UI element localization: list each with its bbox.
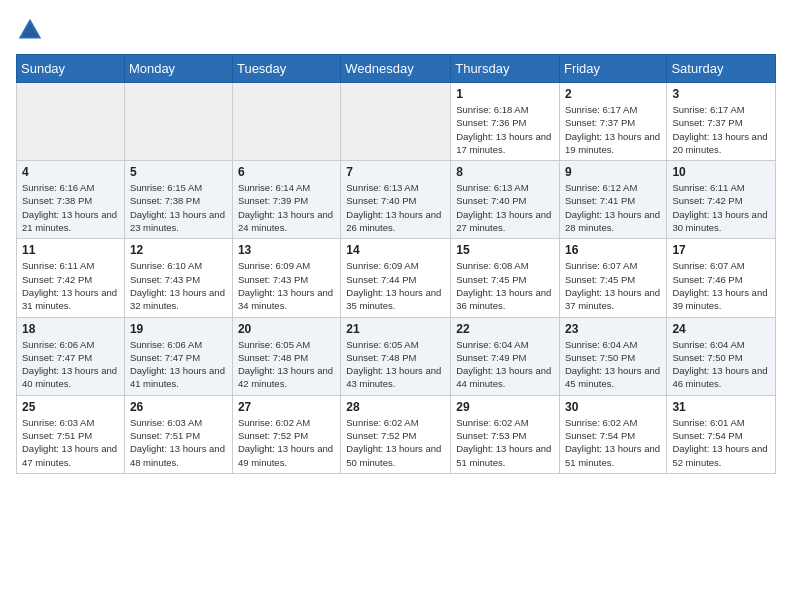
day-number: 13 — [238, 243, 335, 257]
day-number: 27 — [238, 400, 335, 414]
calendar-week-row: 11Sunrise: 6:11 AM Sunset: 7:42 PM Dayli… — [17, 239, 776, 317]
calendar-cell: 6Sunrise: 6:14 AM Sunset: 7:39 PM Daylig… — [232, 161, 340, 239]
day-number: 31 — [672, 400, 770, 414]
day-number: 11 — [22, 243, 119, 257]
calendar-week-row: 18Sunrise: 6:06 AM Sunset: 7:47 PM Dayli… — [17, 317, 776, 395]
day-number: 12 — [130, 243, 227, 257]
calendar-cell: 31Sunrise: 6:01 AM Sunset: 7:54 PM Dayli… — [667, 395, 776, 473]
calendar-cell: 18Sunrise: 6:06 AM Sunset: 7:47 PM Dayli… — [17, 317, 125, 395]
calendar-cell: 30Sunrise: 6:02 AM Sunset: 7:54 PM Dayli… — [559, 395, 666, 473]
calendar-header-row: SundayMondayTuesdayWednesdayThursdayFrid… — [17, 55, 776, 83]
calendar-cell — [124, 83, 232, 161]
day-number: 23 — [565, 322, 661, 336]
calendar-cell: 14Sunrise: 6:09 AM Sunset: 7:44 PM Dayli… — [341, 239, 451, 317]
day-info: Sunrise: 6:06 AM Sunset: 7:47 PM Dayligh… — [130, 338, 227, 391]
day-info: Sunrise: 6:05 AM Sunset: 7:48 PM Dayligh… — [346, 338, 445, 391]
logo-icon — [16, 16, 44, 44]
day-info: Sunrise: 6:09 AM Sunset: 7:43 PM Dayligh… — [238, 259, 335, 312]
day-info: Sunrise: 6:02 AM Sunset: 7:53 PM Dayligh… — [456, 416, 554, 469]
calendar-week-row: 25Sunrise: 6:03 AM Sunset: 7:51 PM Dayli… — [17, 395, 776, 473]
day-number: 14 — [346, 243, 445, 257]
day-info: Sunrise: 6:02 AM Sunset: 7:52 PM Dayligh… — [238, 416, 335, 469]
calendar-cell: 5Sunrise: 6:15 AM Sunset: 7:38 PM Daylig… — [124, 161, 232, 239]
day-info: Sunrise: 6:02 AM Sunset: 7:54 PM Dayligh… — [565, 416, 661, 469]
day-number: 6 — [238, 165, 335, 179]
day-header-monday: Monday — [124, 55, 232, 83]
calendar-cell: 23Sunrise: 6:04 AM Sunset: 7:50 PM Dayli… — [559, 317, 666, 395]
day-info: Sunrise: 6:17 AM Sunset: 7:37 PM Dayligh… — [672, 103, 770, 156]
day-number: 20 — [238, 322, 335, 336]
day-info: Sunrise: 6:07 AM Sunset: 7:46 PM Dayligh… — [672, 259, 770, 312]
calendar-cell: 21Sunrise: 6:05 AM Sunset: 7:48 PM Dayli… — [341, 317, 451, 395]
day-info: Sunrise: 6:06 AM Sunset: 7:47 PM Dayligh… — [22, 338, 119, 391]
day-info: Sunrise: 6:16 AM Sunset: 7:38 PM Dayligh… — [22, 181, 119, 234]
day-number: 7 — [346, 165, 445, 179]
day-number: 17 — [672, 243, 770, 257]
day-header-sunday: Sunday — [17, 55, 125, 83]
calendar-table: SundayMondayTuesdayWednesdayThursdayFrid… — [16, 54, 776, 474]
day-number: 8 — [456, 165, 554, 179]
calendar-cell: 12Sunrise: 6:10 AM Sunset: 7:43 PM Dayli… — [124, 239, 232, 317]
day-number: 5 — [130, 165, 227, 179]
day-number: 19 — [130, 322, 227, 336]
calendar-cell: 10Sunrise: 6:11 AM Sunset: 7:42 PM Dayli… — [667, 161, 776, 239]
calendar-cell — [17, 83, 125, 161]
calendar-cell: 4Sunrise: 6:16 AM Sunset: 7:38 PM Daylig… — [17, 161, 125, 239]
day-info: Sunrise: 6:13 AM Sunset: 7:40 PM Dayligh… — [456, 181, 554, 234]
day-number: 25 — [22, 400, 119, 414]
day-info: Sunrise: 6:04 AM Sunset: 7:49 PM Dayligh… — [456, 338, 554, 391]
calendar-week-row: 1Sunrise: 6:18 AM Sunset: 7:36 PM Daylig… — [17, 83, 776, 161]
day-number: 2 — [565, 87, 661, 101]
day-info: Sunrise: 6:04 AM Sunset: 7:50 PM Dayligh… — [565, 338, 661, 391]
calendar-cell — [341, 83, 451, 161]
day-info: Sunrise: 6:14 AM Sunset: 7:39 PM Dayligh… — [238, 181, 335, 234]
calendar-cell: 19Sunrise: 6:06 AM Sunset: 7:47 PM Dayli… — [124, 317, 232, 395]
calendar-cell: 1Sunrise: 6:18 AM Sunset: 7:36 PM Daylig… — [451, 83, 560, 161]
calendar-cell: 25Sunrise: 6:03 AM Sunset: 7:51 PM Dayli… — [17, 395, 125, 473]
calendar-cell: 22Sunrise: 6:04 AM Sunset: 7:49 PM Dayli… — [451, 317, 560, 395]
day-info: Sunrise: 6:15 AM Sunset: 7:38 PM Dayligh… — [130, 181, 227, 234]
day-number: 26 — [130, 400, 227, 414]
day-info: Sunrise: 6:02 AM Sunset: 7:52 PM Dayligh… — [346, 416, 445, 469]
page-header — [16, 16, 776, 44]
calendar-cell: 8Sunrise: 6:13 AM Sunset: 7:40 PM Daylig… — [451, 161, 560, 239]
day-info: Sunrise: 6:17 AM Sunset: 7:37 PM Dayligh… — [565, 103, 661, 156]
day-info: Sunrise: 6:08 AM Sunset: 7:45 PM Dayligh… — [456, 259, 554, 312]
day-number: 29 — [456, 400, 554, 414]
day-number: 21 — [346, 322, 445, 336]
day-number: 4 — [22, 165, 119, 179]
day-header-saturday: Saturday — [667, 55, 776, 83]
calendar-cell — [232, 83, 340, 161]
day-info: Sunrise: 6:03 AM Sunset: 7:51 PM Dayligh… — [22, 416, 119, 469]
day-number: 9 — [565, 165, 661, 179]
day-info: Sunrise: 6:13 AM Sunset: 7:40 PM Dayligh… — [346, 181, 445, 234]
calendar-cell: 7Sunrise: 6:13 AM Sunset: 7:40 PM Daylig… — [341, 161, 451, 239]
logo — [16, 16, 48, 44]
calendar-cell: 28Sunrise: 6:02 AM Sunset: 7:52 PM Dayli… — [341, 395, 451, 473]
calendar-cell: 3Sunrise: 6:17 AM Sunset: 7:37 PM Daylig… — [667, 83, 776, 161]
calendar-cell: 27Sunrise: 6:02 AM Sunset: 7:52 PM Dayli… — [232, 395, 340, 473]
day-header-friday: Friday — [559, 55, 666, 83]
day-number: 15 — [456, 243, 554, 257]
day-info: Sunrise: 6:04 AM Sunset: 7:50 PM Dayligh… — [672, 338, 770, 391]
day-info: Sunrise: 6:11 AM Sunset: 7:42 PM Dayligh… — [22, 259, 119, 312]
calendar-cell: 11Sunrise: 6:11 AM Sunset: 7:42 PM Dayli… — [17, 239, 125, 317]
day-info: Sunrise: 6:12 AM Sunset: 7:41 PM Dayligh… — [565, 181, 661, 234]
day-info: Sunrise: 6:10 AM Sunset: 7:43 PM Dayligh… — [130, 259, 227, 312]
day-header-tuesday: Tuesday — [232, 55, 340, 83]
calendar-cell: 20Sunrise: 6:05 AM Sunset: 7:48 PM Dayli… — [232, 317, 340, 395]
calendar-cell: 16Sunrise: 6:07 AM Sunset: 7:45 PM Dayli… — [559, 239, 666, 317]
day-number: 24 — [672, 322, 770, 336]
calendar-cell: 26Sunrise: 6:03 AM Sunset: 7:51 PM Dayli… — [124, 395, 232, 473]
day-number: 1 — [456, 87, 554, 101]
calendar-cell: 29Sunrise: 6:02 AM Sunset: 7:53 PM Dayli… — [451, 395, 560, 473]
day-header-wednesday: Wednesday — [341, 55, 451, 83]
day-number: 10 — [672, 165, 770, 179]
day-info: Sunrise: 6:03 AM Sunset: 7:51 PM Dayligh… — [130, 416, 227, 469]
day-info: Sunrise: 6:01 AM Sunset: 7:54 PM Dayligh… — [672, 416, 770, 469]
day-info: Sunrise: 6:07 AM Sunset: 7:45 PM Dayligh… — [565, 259, 661, 312]
calendar-cell: 24Sunrise: 6:04 AM Sunset: 7:50 PM Dayli… — [667, 317, 776, 395]
calendar-cell: 13Sunrise: 6:09 AM Sunset: 7:43 PM Dayli… — [232, 239, 340, 317]
day-number: 30 — [565, 400, 661, 414]
calendar-cell: 2Sunrise: 6:17 AM Sunset: 7:37 PM Daylig… — [559, 83, 666, 161]
